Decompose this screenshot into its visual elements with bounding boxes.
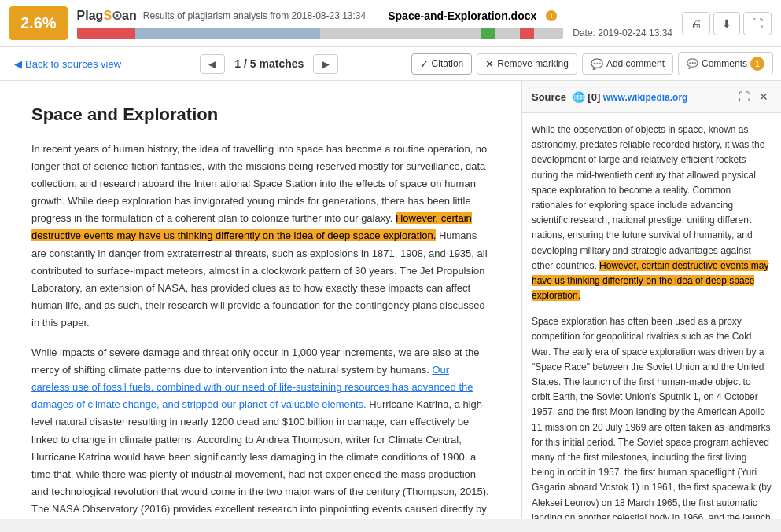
source-panel-actions: ⛶ ✕ — [735, 89, 772, 105]
comments-label: Comments — [702, 58, 747, 69]
source-para2-text: Space exploration has often been used as… — [532, 316, 772, 519]
prev-match-button[interactable]: ◀ — [200, 54, 225, 74]
document-paragraph-1: In recent years of human history, the id… — [31, 141, 489, 332]
source-label: Source — [532, 91, 566, 103]
citation-check-icon: ✓ — [420, 58, 429, 70]
toolbar: ◀ Back to sources view ◀ 1 / 5 matches ▶… — [0, 47, 781, 81]
para2-text-after: Hurricane Katrina, a high-level natural … — [31, 398, 489, 519]
document-panel: Space and Exploration In recent years of… — [0, 81, 521, 519]
match-counter: 1 / 5 matches — [228, 57, 310, 70]
comments-badge: 1 — [750, 57, 764, 71]
document-title: Space and Exploration — [31, 105, 489, 125]
source-para1-before: While the observation of objects in spac… — [532, 124, 764, 271]
progress-seg-5 — [495, 28, 520, 39]
source-title: Source 🌐 [0] www.wikipedia.org — [532, 91, 731, 103]
source-paragraph-2: Space exploration has often been used as… — [532, 314, 772, 519]
source-globe-icon: 🌐 — [573, 91, 585, 103]
header-bar: 2.6% PlagS⊙an Results of plagiarism anal… — [0, 0, 781, 47]
progress-seg-1 — [77, 28, 135, 39]
next-match-button[interactable]: ▶ — [313, 54, 338, 74]
back-to-sources-button[interactable]: ◀ Back to sources view — [8, 55, 127, 73]
header-filename: Space-and-Exploration.docx — [388, 9, 536, 22]
header-actions: 🖨 ⬇ ⛶ — [682, 12, 772, 35]
source-index: [0] — [588, 91, 600, 103]
para2-text-before: While impacts of severe damage and threa… — [31, 347, 479, 376]
citation-label: Citation — [432, 58, 464, 69]
fullscreen-button[interactable]: ⛶ — [743, 12, 772, 35]
add-comment-icon: 💬 — [591, 58, 603, 70]
score-badge: 2.6% — [9, 6, 68, 40]
document-paragraph-2: While impacts of severe damage and threa… — [31, 344, 489, 519]
citation-button[interactable]: ✓ Citation — [411, 53, 473, 75]
filename-info-icon: i — [546, 10, 557, 21]
nav-controls: ◀ 1 / 5 matches ▶ — [200, 54, 338, 74]
progress-seg-2 — [135, 28, 320, 39]
add-comment-button[interactable]: 💬 Add comment — [582, 53, 673, 75]
progress-seg-6 — [520, 28, 535, 39]
source-expand-button[interactable]: ⛶ — [735, 89, 753, 105]
add-comment-label: Add comment — [606, 58, 665, 69]
toolbar-actions: ✓ Citation ✕ Remove marking 💬 Add commen… — [411, 52, 773, 75]
source-panel: Source 🌐 [0] www.wikipedia.org ⛶ ✕ While… — [521, 81, 781, 519]
source-panel-header: Source 🌐 [0] www.wikipedia.org ⛶ ✕ — [522, 81, 781, 113]
source-body: While the observation of objects in spac… — [522, 113, 781, 519]
para1-text-after: Humans are constantly in danger from ext… — [31, 229, 488, 328]
remove-icon: ✕ — [485, 58, 494, 70]
comments-button[interactable]: 💬 Comments 1 — [678, 52, 773, 75]
remove-marking-button[interactable]: ✕ Remove marking — [477, 53, 577, 75]
source-paragraph-1: While the observation of objects in spac… — [532, 123, 772, 303]
source-close-button[interactable]: ✕ — [756, 89, 772, 105]
header-date: Date: 2019-02-24 13:34 — [573, 28, 672, 39]
comments-icon: 💬 — [687, 58, 698, 69]
header-analysis-text: Results of plagiarism analysis from 2018… — [143, 10, 366, 21]
progress-seg-4 — [481, 28, 495, 39]
plagscan-logo: PlagS⊙an — [77, 8, 137, 23]
progress-seg-7 — [534, 28, 563, 39]
remove-marking-label: Remove marking — [497, 58, 569, 69]
progress-bar — [77, 28, 564, 39]
header-top-row: PlagS⊙an Results of plagiarism analysis … — [77, 8, 672, 23]
print-button[interactable]: 🖨 — [682, 12, 710, 35]
back-arrow-icon: ◀ — [14, 58, 22, 70]
header-center: PlagS⊙an Results of plagiarism analysis … — [77, 8, 672, 39]
source-url-link[interactable]: www.wikipedia.org — [603, 92, 688, 103]
download-button[interactable]: ⬇ — [713, 12, 740, 35]
back-label: Back to sources view — [25, 58, 121, 70]
header-bottom-row: Date: 2019-02-24 13:34 — [77, 28, 672, 39]
main-content: Space and Exploration In recent years of… — [0, 81, 781, 519]
progress-seg-3 — [320, 28, 481, 39]
